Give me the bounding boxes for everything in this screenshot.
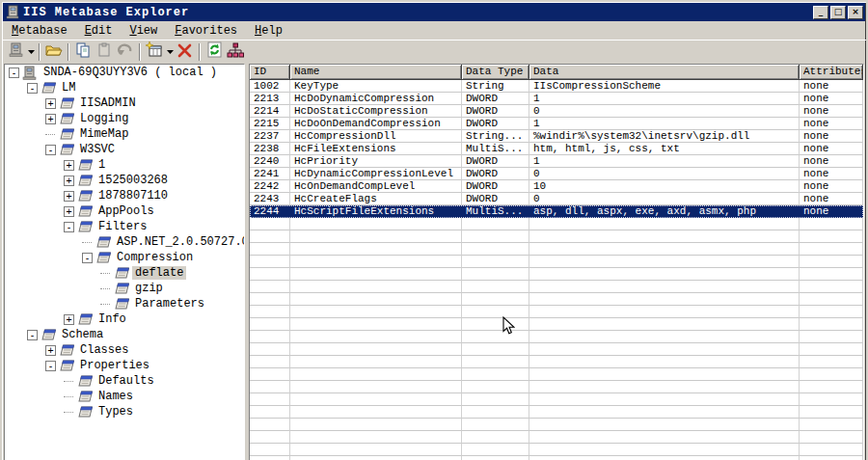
collapse-icon[interactable]: - <box>45 145 56 155</box>
empty-cell <box>462 406 529 419</box>
collapse-icon[interactable]: - <box>45 361 56 371</box>
open-button[interactable] <box>43 41 65 63</box>
empty-cell <box>800 419 863 431</box>
tree-item-iisadmin[interactable]: +IISADMIN <box>5 95 244 111</box>
empty-cell <box>462 431 529 444</box>
table-row-2240[interactable]: 2240HcPriorityDWORD1none <box>250 155 863 168</box>
tree-item-snda-69q3uyy3v6-local[interactable]: -SNDA-69Q3UYY3V6 ( local ) <box>5 65 244 80</box>
copy-button[interactable] <box>72 41 94 63</box>
expand-icon[interactable]: + <box>64 176 74 186</box>
collapse-icon[interactable]: - <box>9 68 19 78</box>
delete-button[interactable] <box>175 41 196 63</box>
tree-item-properties[interactable]: -Properties <box>5 358 244 373</box>
column-header-attributes[interactable]: Attributes <box>800 65 863 80</box>
table-row-2241[interactable]: 2241HcDynamicCompressionLevelDWORD0none <box>250 168 863 180</box>
tree-item-classes[interactable]: +Classes <box>5 342 244 358</box>
tree-item-defaults[interactable]: Defaults <box>5 373 244 389</box>
empty-cell <box>529 444 800 456</box>
tree-item-gzip[interactable]: gzip <box>5 281 244 296</box>
expand-icon[interactable]: + <box>64 191 74 202</box>
tree-item-names[interactable]: Names <box>5 389 244 404</box>
tree-item-w3svc[interactable]: -W3SVC <box>5 142 244 157</box>
empty-cell <box>462 356 529 368</box>
collapse-icon[interactable]: - <box>64 222 74 232</box>
empty-cell <box>800 243 863 256</box>
column-header-data-type[interactable]: Data Type <box>462 65 529 80</box>
tree-item-info[interactable]: +Info <box>5 311 244 327</box>
collapse-icon[interactable]: - <box>27 83 38 94</box>
empty-cell <box>290 230 462 243</box>
empty-cell <box>529 456 800 460</box>
empty-cell <box>290 218 462 230</box>
tree-item-asp-net-2-0-50727-0[interactable]: ASP.NET_2.0.50727.0 <box>5 234 244 250</box>
tree-view-button[interactable] <box>225 41 246 63</box>
collapse-icon[interactable]: - <box>82 253 93 263</box>
maximize-button[interactable]: □ <box>830 6 846 19</box>
key-icon <box>76 312 93 326</box>
empty-cell <box>529 381 800 393</box>
refresh-button[interactable] <box>203 41 225 63</box>
new-key-button-dropdown[interactable] <box>165 41 175 63</box>
connect-computer-button-dropdown[interactable] <box>26 41 36 63</box>
cell-attributes: none <box>800 105 863 118</box>
key-icon <box>76 390 93 403</box>
table-row-2242[interactable]: 2242HcOnDemandCompLevelDWORD10none <box>250 180 863 193</box>
table-row-2213[interactable]: 2213HcDoDynamicCompressionDWORD1none <box>250 93 863 105</box>
menu-item-edit[interactable]: Edit <box>76 22 122 40</box>
menu-item-help[interactable]: Help <box>246 22 291 40</box>
expand-icon[interactable]: + <box>64 314 74 325</box>
table-row-2237[interactable]: 2237HcCompressionDllString...%windir%\sy… <box>250 130 863 143</box>
expand-icon[interactable]: + <box>64 160 74 171</box>
empty-cell <box>290 444 462 456</box>
empty-cell <box>290 243 462 256</box>
empty-cell <box>529 268 800 281</box>
paste-button[interactable] <box>94 41 115 63</box>
tree-item-1[interactable]: +1 <box>5 157 244 173</box>
connect-computer-button[interactable] <box>5 41 26 63</box>
collapse-icon[interactable]: - <box>27 330 38 340</box>
column-header-data[interactable]: Data <box>529 65 800 80</box>
empty-row <box>250 456 863 460</box>
minimize-button[interactable]: _ <box>813 6 828 19</box>
tree-item-label: Info <box>95 312 129 326</box>
menu-item-favorites[interactable]: Favorites <box>166 22 246 40</box>
tree-item-apppools[interactable]: +AppPools <box>5 203 244 219</box>
tree-item-mimemap[interactable]: MimeMap <box>5 126 244 142</box>
empty-row <box>250 306 863 318</box>
table-row-2244[interactable]: 2244HcScriptFileExtensionsMultiS...asp, … <box>250 205 863 218</box>
tree-item-label: gzip <box>132 282 166 295</box>
menu-item-metabase[interactable]: Metabase <box>3 22 76 40</box>
table-row-2238[interactable]: 2238HcFileExtensionsMultiS...htm, html, … <box>250 143 863 155</box>
expand-icon[interactable]: + <box>45 98 56 109</box>
tree-item-label: deflate <box>132 266 186 280</box>
table-row-2214[interactable]: 2214HcDoStaticCompressionDWORD0none <box>250 105 863 118</box>
tree-item-parameters[interactable]: Parameters <box>5 296 244 311</box>
table-row-2215[interactable]: 2215HcDoOnDemandCompressionDWORD1none <box>250 118 863 130</box>
expand-icon[interactable]: + <box>64 206 74 217</box>
menu-item-view[interactable]: View <box>121 22 166 40</box>
tree-item-deflate[interactable]: deflate <box>5 265 244 281</box>
column-header-name[interactable]: Name <box>290 65 462 80</box>
tree-item-schema[interactable]: -Schema <box>5 327 244 342</box>
cell-attributes: none <box>800 180 863 193</box>
empty-cell <box>800 343 863 356</box>
tree-item-lm[interactable]: -LM <box>5 80 244 95</box>
undo-button[interactable] <box>115 41 136 63</box>
expand-icon[interactable]: + <box>45 114 56 124</box>
tree-item-compression[interactable]: -Compression <box>5 250 244 265</box>
expand-icon[interactable]: + <box>45 345 56 356</box>
cell-id: 2213 <box>250 93 290 105</box>
tree-item-types[interactable]: Types <box>5 404 244 419</box>
tree-item-1525003268[interactable]: +1525003268 <box>5 173 244 188</box>
column-header-id[interactable]: ID <box>250 65 290 80</box>
tree-item-1878807110[interactable]: +1878807110 <box>5 188 244 203</box>
new-key-button[interactable] <box>144 41 165 63</box>
table-row-1002[interactable]: 1002KeyTypeStringIIsCompressionSchemenon… <box>250 80 863 93</box>
empty-cell <box>800 306 863 318</box>
close-button[interactable]: × <box>848 6 863 19</box>
table-row-2243[interactable]: 2243HcCreateFlagsDWORD0none <box>250 193 863 205</box>
tree-item-filters[interactable]: -Filters <box>5 219 244 234</box>
tree-item-logging[interactable]: +Logging <box>5 111 244 126</box>
empty-cell <box>462 343 529 356</box>
empty-cell <box>250 431 290 444</box>
